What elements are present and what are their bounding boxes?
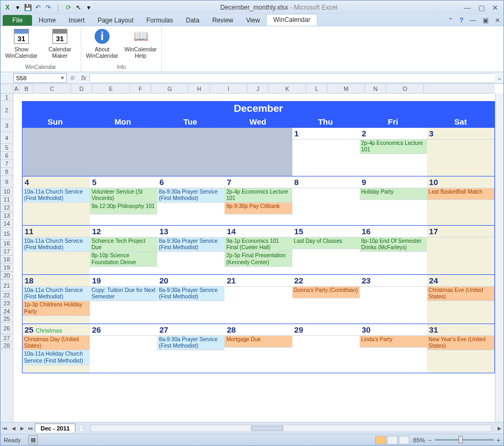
col-header-N[interactable]: N: [365, 84, 386, 93]
row-header-11[interactable]: 11: [1, 196, 13, 204]
calendar-cell-19[interactable]: 19Copy: Tuition Due for Next Semester: [90, 275, 158, 324]
scroll-right-icon[interactable]: ▶: [495, 426, 503, 431]
calendar-cell-28[interactable]: 28Mortgage Due: [224, 324, 292, 373]
tab-view[interactable]: View: [240, 15, 267, 26]
maximize-icon[interactable]: ▢: [478, 4, 485, 12]
zoom-in-icon[interactable]: +: [497, 437, 500, 443]
calendar-event[interactable]: 8a-9:30a Prayer Service (First Methodist…: [157, 188, 224, 203]
zoom-out-icon[interactable]: −: [428, 437, 431, 443]
calendar-cell-7[interactable]: 72p-4p Economics Lecture 1019p-9:30p Pay…: [224, 176, 292, 226]
tab-insert[interactable]: Insert: [62, 15, 91, 26]
calendar-cell-15[interactable]: 15Last Day of Classes: [292, 226, 360, 275]
row-header-28[interactable]: 28: [1, 342, 13, 349]
row-header-22[interactable]: 22: [1, 291, 13, 299]
calendar-cell-5[interactable]: 5Volunteer Service (St Vincents)9a-12:30…: [90, 176, 158, 226]
calendar-event[interactable]: 8p-10p Science Foundation Dinner: [90, 252, 157, 266]
window-close-icon[interactable]: ✕: [492, 15, 503, 26]
calendar-cell-prev[interactable]: [22, 127, 90, 176]
calendar-event[interactable]: 9p-9:30p Pay Citibank: [224, 203, 292, 214]
calendar-event[interactable]: 10a-11a Church Service (First Methodist): [22, 188, 90, 203]
row-header-3[interactable]: 3: [1, 119, 13, 132]
calendar-cell-25[interactable]: 25ChristmasChristmas Day (United States)…: [22, 324, 90, 373]
calendar-cell-26[interactable]: 26: [90, 324, 158, 373]
col-header-H[interactable]: H: [189, 84, 210, 93]
row-headers[interactable]: 1234567891011121314151617181920212223242…: [1, 94, 13, 422]
calendar-cell-prev[interactable]: [157, 127, 225, 176]
calendar-cell-1[interactable]: 1: [292, 127, 360, 176]
column-headers[interactable]: ABCDEFGHIJKLMNO: [13, 84, 495, 94]
calendar-cell-9[interactable]: 9Holiday Party: [360, 176, 428, 226]
calendar-cell-31[interactable]: 31New Year's Eve (United States): [427, 324, 495, 373]
calendar-maker-button[interactable]: 31 Calendar Maker: [44, 28, 75, 64]
col-header-A[interactable]: A: [13, 84, 20, 93]
calendar-event[interactable]: Volunteer Service (St Vincents): [90, 188, 157, 203]
col-header-C[interactable]: C: [34, 84, 71, 93]
calendar-cell-14[interactable]: 149a-1p Economics 101 Final (Cueter Hall…: [224, 226, 292, 275]
refresh-icon[interactable]: ⟳: [64, 3, 73, 12]
minimize-ribbon-icon[interactable]: ⌃: [445, 15, 456, 26]
sheet-tab-dec-2011[interactable]: Dec - 2011: [35, 424, 75, 433]
col-header-K[interactable]: K: [269, 84, 306, 93]
col-header-F[interactable]: F: [130, 84, 151, 93]
tab-nav-prev-icon[interactable]: ◀: [9, 426, 18, 431]
calendar-event[interactable]: 10a-11a Church Service (First Methodist): [22, 287, 90, 301]
calendar-cell-30[interactable]: 30Linda's Party: [360, 324, 428, 373]
name-box[interactable]: S58▾: [13, 73, 67, 83]
calendar-cell-17[interactable]: 17: [427, 226, 495, 275]
view-pagelayout-icon[interactable]: [387, 436, 398, 444]
fx-label[interactable]: fx: [81, 74, 86, 82]
calendar-cell-23[interactable]: 23: [360, 275, 428, 324]
chevron-down-icon[interactable]: ▾: [61, 74, 64, 81]
tab-nav-first-icon[interactable]: ⏮: [1, 426, 9, 431]
tab-nav-last-icon[interactable]: ⏭: [26, 426, 35, 431]
tab-data[interactable]: Data: [180, 15, 206, 26]
calendar-event[interactable]: Holiday Party: [360, 188, 427, 200]
tab-wincalendar[interactable]: WinCalendar: [266, 14, 317, 26]
macro-record-icon[interactable]: ▦: [28, 435, 38, 444]
tab-nav-next-icon[interactable]: ▶: [18, 426, 26, 431]
row-header-2[interactable]: 2: [1, 101, 13, 119]
calendar-cell-22[interactable]: 22Donna's Party (Corinthian): [292, 275, 360, 324]
calendar-cell-24[interactable]: 24Christmas Eve (United States): [427, 275, 495, 324]
calendar-event[interactable]: Schience Tech Project Due: [90, 237, 157, 252]
calendar-event[interactable]: Mortgage Due: [224, 336, 292, 348]
row-header-8[interactable]: 8: [1, 168, 13, 176]
col-header-I[interactable]: I: [210, 84, 247, 93]
zoom-slider[interactable]: [435, 439, 494, 441]
row-header-16[interactable]: 16: [1, 240, 13, 248]
horizontal-scrollbar[interactable]: [90, 425, 492, 432]
calendar-event[interactable]: Last BasketBall Match: [427, 188, 494, 200]
calendar-cell-29[interactable]: 29: [292, 324, 360, 373]
tab-review[interactable]: Review: [206, 15, 239, 26]
calendar-event[interactable]: New Year's Eve (United States): [427, 336, 494, 350]
col-header-G[interactable]: G: [151, 84, 189, 93]
select-all-corner[interactable]: [1, 84, 13, 94]
calendar-cell-27[interactable]: 278a-9:30a Prayer Service (First Methodi…: [157, 324, 225, 373]
row-header-24[interactable]: 24: [1, 307, 13, 315]
zoom-level[interactable]: 85%: [413, 437, 425, 443]
close-icon[interactable]: ✕: [492, 4, 498, 12]
col-header-E[interactable]: E: [92, 84, 130, 93]
calendar-event[interactable]: 8a-9:30a Prayer Service (First Methodist…: [157, 237, 224, 252]
calendar-event[interactable]: 8a-9:30a Prayer Service (First Methodist…: [157, 336, 224, 350]
calendar-event[interactable]: 2p-4p Economics Lecture 101: [360, 140, 427, 154]
window-minimize-icon[interactable]: —: [467, 15, 479, 26]
calendar-cell-11[interactable]: 1110a-11a Church Service (First Methodis…: [22, 226, 90, 275]
col-header-O[interactable]: O: [386, 84, 424, 93]
pointer-icon[interactable]: ↖: [74, 3, 83, 12]
calendar-event[interactable]: 8a-9:30a Prayer Service (First Methodist…: [157, 287, 224, 301]
row-header-12[interactable]: 12: [1, 204, 13, 212]
formula-input[interactable]: [89, 73, 495, 83]
calendar-cell-prev[interactable]: [90, 127, 158, 176]
calendar-event[interactable]: 9a-1p Economics 101 Final (Cueter Hall): [224, 237, 292, 252]
row-header-26[interactable]: 26: [1, 322, 13, 334]
row-header-21[interactable]: 21: [1, 280, 13, 291]
calendar-event[interactable]: Christmas Eve (United States): [427, 287, 494, 301]
row-header-5[interactable]: 5: [1, 144, 13, 152]
save-icon[interactable]: 💾: [23, 3, 33, 12]
calendar-event[interactable]: 1p-3p Childrens Holiday Party: [22, 301, 90, 316]
calendar-cell-2[interactable]: 22p-4p Economics Lecture 101: [360, 127, 428, 176]
worksheet-grid[interactable]: ABCDEFGHIJKLMNO 123456789101112131415161…: [1, 84, 503, 422]
row-header-19[interactable]: 19: [1, 264, 13, 272]
row-header-25[interactable]: 25: [1, 315, 13, 322]
